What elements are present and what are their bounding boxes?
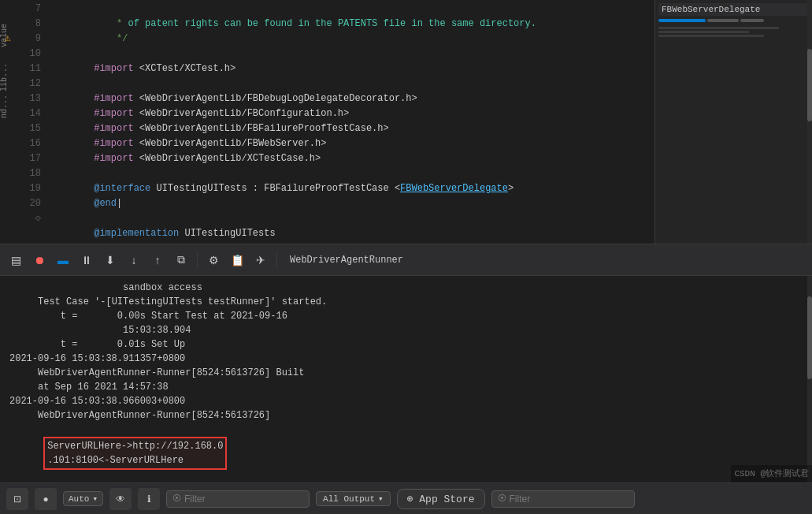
scrollbar-thumb[interactable]: [807, 49, 812, 122]
sidebar-toggle-btn[interactable]: ▤: [6, 251, 25, 270]
pause-btn[interactable]: ⏸: [77, 251, 96, 270]
stop-btn[interactable]: ⏺: [30, 251, 49, 270]
auto-chevron-icon: ▾: [92, 494, 98, 504]
auto-label: Auto: [69, 494, 89, 504]
output-line-6: 2021-09-16 15:03:38.911357+0800: [9, 352, 803, 366]
code-line-20: [60, 196, 654, 211]
app-store-badge: ⊕ App Store: [397, 489, 485, 509]
output-line-7: WebDriverAgentRunner-Runner[8524:5613726…: [9, 366, 803, 380]
debug-btn[interactable]: ●: [35, 488, 57, 510]
filter-container-right: ⦿: [491, 490, 635, 508]
filter-container-left: ⦿: [166, 490, 310, 508]
code-line-12: #import <WebDriverAgentLib/FBDebugLogDel…: [60, 76, 654, 91]
all-output-btn[interactable]: All Output ▾: [316, 491, 391, 506]
auto-select[interactable]: Auto ▾: [63, 491, 103, 506]
copy-btn[interactable]: 📋: [228, 251, 247, 270]
all-output-chevron-icon: ▾: [378, 494, 384, 504]
location-btn[interactable]: ⚙: [204, 251, 223, 270]
filter-input-left[interactable]: [166, 490, 310, 508]
right-panel-title: FBWebServerDelegate: [658, 3, 809, 16]
step-into-btn[interactable]: ↓: [124, 251, 143, 270]
left-sidebar: value lib... nd... ⚠: [0, 0, 22, 244]
csdn-watermark: CSDN @软件测试君: [731, 465, 812, 482]
toolbar-divider-2: [276, 252, 277, 268]
warning-icon-1: ⚠: [5, 32, 11, 44]
output-scrollbar[interactable]: [807, 276, 812, 482]
breakpoint-btn[interactable]: ⧉: [172, 251, 191, 270]
output-line-highlight: ServerURLHere->http://192.168.0.101:8100…: [9, 423, 803, 482]
output-line-8: at Sep 16 2021 14:57:38: [9, 380, 803, 394]
build-btn[interactable]: ▬: [54, 251, 72, 270]
all-output-label: All Output: [323, 494, 375, 504]
code-line-9: [60, 32, 654, 47]
output-line-3: t = 0.00s Start Test at 2021-09-16: [9, 309, 803, 323]
step-out-btn[interactable]: ↑: [148, 251, 167, 270]
info-btn[interactable]: ℹ: [138, 488, 160, 510]
filter-left-icon: ⦿: [172, 494, 181, 504]
toolbar-title: WebDriverAgentRunner: [290, 255, 403, 266]
sidebar-label-lib: lib...: [0, 63, 9, 91]
output-line-5: t = 0.01s Set Up: [9, 337, 803, 352]
server-url-highlight: ServerURLHere->http://192.168.0.101:8100…: [43, 437, 227, 470]
output-content[interactable]: sandbox access Test Case '-[UITestingUIT…: [0, 276, 812, 482]
send-btn[interactable]: ✈: [251, 251, 270, 270]
toolbar: ▤ ⏺ ▬ ⏸ ⬇ ↓ ↑ ⧉ ⚙ 📋 ✈ WebDriverAgentRunn…: [0, 244, 812, 276]
output-line-10: WebDriverAgentRunner-Runner[8524:5613726…: [9, 408, 803, 423]
eye-btn[interactable]: 👁: [109, 488, 132, 510]
app-store-label: App Store: [419, 494, 474, 505]
output-line-4: 15:03:38.904: [9, 323, 803, 337]
code-line-7: * of patent rights can be found in the P…: [60, 2, 654, 17]
output-line-9: 2021-09-16 15:03:38.966003+0800: [9, 394, 803, 408]
toolbar-divider: [197, 252, 198, 268]
step-over-btn[interactable]: ⬇: [101, 251, 120, 270]
code-line-impl: @implementation UITestingUITests: [60, 211, 654, 226]
console-btn[interactable]: ⊡: [6, 488, 28, 510]
line-numbers: 7 8 9 10 11 12 13 14 15 16 17 18 19 20 ◇: [22, 0, 54, 244]
filter-right-icon: ⦿: [498, 494, 506, 504]
editor-area: value lib... nd... ⚠ 7 8 9 10 11 12 13 1…: [0, 0, 812, 244]
bottom-bar: ⊡ ● Auto ▾ 👁 ℹ ⦿ All Output ▾ ⊕ App Stor…: [0, 482, 812, 514]
app-store-icon: ⊕: [407, 494, 420, 505]
code-line-18: @interface UITestingUITests : FBFailureP…: [60, 166, 654, 181]
filter-input-right[interactable]: [491, 490, 635, 508]
code-content[interactable]: * of patent rights can be found in the P…: [54, 0, 654, 244]
output-line-1: sandbox access: [9, 281, 803, 295]
editor-scrollbar[interactable]: [807, 0, 812, 244]
output-line-2: Test Case '-[UITestingUITests testRunner…: [9, 295, 803, 309]
code-line-10: #import <XCTest/XCTest.h>: [60, 47, 654, 61]
right-panel: FBWebServerDelegate: [654, 0, 812, 244]
sidebar-label-nd: nd...: [0, 95, 9, 118]
output-area: sandbox access Test Case '-[UITestingUIT…: [0, 276, 812, 514]
output-scrollbar-thumb[interactable]: [807, 296, 812, 379]
